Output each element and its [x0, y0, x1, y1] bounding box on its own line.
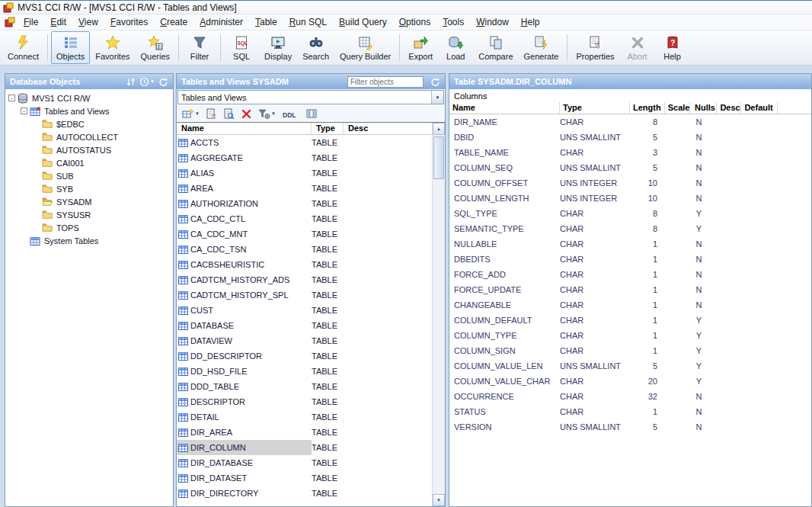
toolbar-connect-button[interactable]: Connect — [2, 31, 44, 64]
tree-item-sub[interactable]: SUB — [5, 169, 173, 182]
tree-item-sysadm[interactable]: SYSADM — [5, 195, 173, 208]
column-header-name[interactable]: Name — [177, 123, 312, 134]
table-row[interactable]: ACCTSTABLE — [177, 135, 432, 150]
tree-expander[interactable]: - — [8, 95, 15, 101]
column-row[interactable]: DBIDUNS SMALLINT5N — [449, 130, 811, 145]
menu-favorites[interactable]: Favorites — [104, 15, 154, 29]
table-row[interactable]: DDD_TABLETABLE — [177, 379, 432, 394]
tree-expander[interactable]: - — [21, 107, 27, 114]
object-type-combo[interactable]: Tables and Views ▼ — [177, 90, 444, 104]
table-row[interactable]: AUTHORIZATIONTABLE — [177, 196, 432, 211]
col-header-length[interactable]: Length — [630, 102, 665, 114]
column-row[interactable]: TABLE_NAMECHAR3N — [449, 145, 811, 160]
tree-item-sysusr[interactable]: SYSUSR — [5, 208, 173, 221]
tree-item-edbc[interactable]: $EDBC — [5, 117, 173, 130]
table-row[interactable]: DIR_COLUMNTABLE — [177, 440, 432, 455]
col-header-type[interactable]: Type — [560, 102, 630, 114]
refresh-tree-button[interactable] — [158, 77, 168, 87]
toolbar-sql-button[interactable]: SQLSQL — [224, 31, 259, 64]
table-row[interactable]: DIR_DIRECTORYTABLE — [177, 486, 432, 501]
column-row[interactable]: CHANGEABLECHAR1N — [449, 297, 811, 313]
col-header-desc[interactable]: Desc — [717, 102, 741, 114]
menu-options[interactable]: Options — [393, 15, 436, 29]
menu-view[interactable]: View — [72, 15, 104, 29]
vertical-scrollbar[interactable]: ▲ ▼ — [432, 123, 445, 506]
scroll-up-button[interactable]: ▲ — [433, 123, 445, 135]
refresh-objects-button[interactable] — [430, 77, 440, 87]
menu-help[interactable]: Help — [515, 15, 546, 29]
recent-objects-button[interactable]: ▼ — [139, 77, 155, 87]
filter-options-button[interactable]: ▼ — [256, 106, 278, 122]
menu-run-sql[interactable]: Run SQL — [283, 15, 333, 29]
col-header-name[interactable]: Name — [449, 102, 560, 114]
column-row[interactable]: VERSIONUNS SMALLINT5N — [449, 419, 811, 435]
chevron-down-icon[interactable]: ▼ — [431, 91, 443, 104]
column-row[interactable]: COLUMN_VALUE_LENUNS SMALLINT5Y — [449, 358, 811, 374]
menu-window[interactable]: Window — [470, 15, 515, 29]
column-row[interactable]: DBEDITSCHAR1N — [449, 252, 811, 267]
col-header-nulls[interactable]: Nulls — [690, 102, 717, 114]
toolbar-display-button[interactable]: Display — [259, 31, 297, 64]
table-row[interactable]: DD_DESCRIPTORTABLE — [177, 348, 432, 364]
toolbar-search-button[interactable]: Search — [297, 31, 334, 64]
column-row[interactable]: STATUSCHAR1N — [449, 404, 811, 419]
table-row[interactable]: CACBSHEURISTICTABLE — [177, 257, 432, 272]
table-row[interactable]: CADTCM_HISTORY_SPLTABLE — [177, 287, 432, 303]
table-row[interactable]: CADTCM_HISTORY_ADSTABLE — [177, 272, 432, 287]
menu-build-query[interactable]: Build Query — [333, 15, 393, 29]
table-row[interactable]: DIR_DATABASETABLE — [177, 455, 432, 470]
table-row[interactable]: DETAILTABLE — [177, 409, 432, 425]
table-row[interactable]: DD_HSD_FILETABLE — [177, 364, 432, 379]
column-row[interactable]: FORCE_ADDCHAR1N — [449, 267, 811, 282]
table-row[interactable]: DIR_AREATABLE — [177, 425, 432, 440]
column-row[interactable]: OCCURRENCECHAR32N — [449, 389, 811, 404]
tree-item-tops[interactable]: TOPS — [5, 221, 173, 234]
tree-item-autostatus[interactable]: AUTOSTATUS — [5, 143, 173, 156]
col-header-scale[interactable]: Scale — [665, 102, 691, 114]
tree-item-tables-and-views[interactable]: -Tables and Views — [5, 104, 173, 117]
column-row[interactable]: NULLABLECHAR1N — [449, 236, 811, 252]
toolbar-properties-button[interactable]: Properties — [571, 31, 619, 64]
column-row[interactable]: COLUMN_SEQUNS SMALLINT5N — [449, 160, 811, 175]
toolbar-favorites-button[interactable]: Favorites — [90, 31, 135, 64]
menu-table[interactable]: Table — [249, 15, 283, 29]
toolbar-query-builder-button[interactable]: Query Builder — [334, 31, 396, 64]
tree-item-cai001[interactable]: CAI001 — [5, 156, 173, 169]
column-header-type[interactable]: Type — [312, 123, 344, 134]
tree-item-mvs1-cci-r-w[interactable]: -MVS1 CCI R/W — [5, 91, 173, 104]
menu-file[interactable]: File — [18, 15, 44, 29]
sort-objects-button[interactable] — [126, 77, 136, 87]
table-row[interactable]: CA_CDC_TSNTABLE — [177, 242, 432, 257]
toolbar-export-button[interactable]: Export — [403, 31, 438, 64]
table-row[interactable]: CA_CDC_CTLTABLE — [177, 211, 432, 226]
object-delete-button[interactable] — [238, 106, 254, 122]
column-row[interactable]: DIR_NAMECHAR8N — [449, 114, 811, 130]
object-browse-button[interactable] — [221, 106, 237, 122]
column-row[interactable]: COLUMN_OFFSETUNS INTEGER10N — [449, 175, 811, 191]
column-row[interactable]: FORCE_UPDATECHAR1N — [449, 282, 811, 297]
new-object-button[interactable]: ▼ — [180, 106, 202, 122]
ddl-button[interactable]: DDL — [280, 106, 302, 122]
tree-item-syb[interactable]: SYB — [5, 182, 173, 195]
column-row[interactable]: COLUMN_SIGNCHAR1Y — [449, 343, 811, 358]
table-row[interactable]: ALIASTABLE — [177, 165, 432, 181]
scroll-down-button[interactable]: ▼ — [433, 494, 445, 506]
scrollbar-thumb[interactable] — [433, 136, 444, 179]
menu-administer[interactable]: Administer — [193, 15, 249, 29]
column-row[interactable]: COLUMN_VALUE_CHARCHAR20Y — [449, 374, 811, 389]
tree-item-system-tables[interactable]: System Tables — [5, 234, 173, 247]
column-row[interactable]: COLUMN_LENGTHUNS INTEGER10N — [449, 191, 811, 206]
toolbar-abort-button[interactable]: Abort — [620, 31, 655, 64]
table-row[interactable]: DIR_DATASETTABLE — [177, 470, 432, 486]
menu-tools[interactable]: Tools — [436, 15, 470, 29]
column-header-desc[interactable]: Desc — [344, 123, 432, 134]
toolbar-compare-button[interactable]: Compare — [473, 31, 518, 64]
menu-edit[interactable]: Edit — [44, 15, 72, 29]
table-row[interactable]: DESCRIPTORTABLE — [177, 394, 432, 409]
column-row[interactable]: COLUMN_TYPECHAR1Y — [449, 328, 811, 343]
toolbar-help-button[interactable]: ?Help — [655, 31, 690, 64]
filter-input[interactable] — [347, 76, 424, 88]
table-row[interactable]: DATABASETABLE — [177, 318, 432, 333]
menu-create[interactable]: Create — [154, 15, 193, 29]
column-row[interactable]: SEMANTIC_TYPECHAR8Y — [449, 221, 811, 236]
